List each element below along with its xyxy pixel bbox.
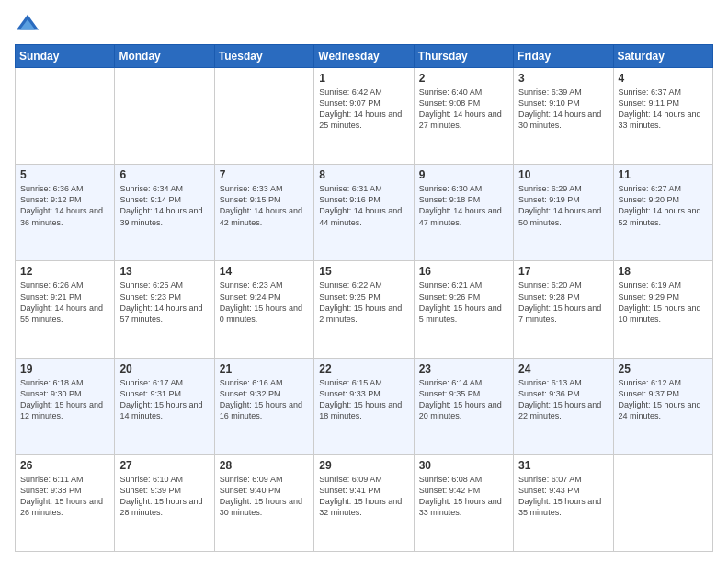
day-number: 19 [20, 362, 109, 375]
day-number: 3 [518, 72, 608, 85]
calendar-cell [613, 454, 712, 551]
day-info: Sunrise: 6:25 AM Sunset: 9:23 PM Dayligh… [119, 280, 209, 325]
day-info: Sunrise: 6:22 AM Sunset: 9:25 PM Dayligh… [319, 280, 408, 325]
calendar-cell: 17Sunrise: 6:20 AM Sunset: 9:28 PM Dayli… [514, 261, 613, 358]
day-info: Sunrise: 6:10 AM Sunset: 9:39 PM Dayligh… [119, 474, 209, 519]
calendar-cell [16, 68, 115, 165]
day-info: Sunrise: 6:40 AM Sunset: 9:08 PM Dayligh… [419, 86, 508, 132]
calendar-cell: 4Sunrise: 6:37 AM Sunset: 9:11 PM Daylig… [613, 68, 712, 165]
day-info: Sunrise: 6:31 AM Sunset: 9:16 PM Dayligh… [319, 183, 408, 228]
logo [15, 11, 44, 37]
calendar-cell: 22Sunrise: 6:15 AM Sunset: 9:33 PM Dayli… [314, 358, 414, 454]
day-number: 29 [319, 459, 408, 472]
day-number: 15 [319, 265, 408, 278]
calendar-cell: 30Sunrise: 6:08 AM Sunset: 9:42 PM Dayli… [414, 454, 513, 551]
calendar-cell: 1Sunrise: 6:42 AM Sunset: 9:07 PM Daylig… [314, 68, 414, 165]
day-info: Sunrise: 6:12 AM Sunset: 9:37 PM Dayligh… [619, 377, 708, 422]
logo-icon [15, 11, 40, 37]
day-number: 21 [220, 362, 309, 375]
day-info: Sunrise: 6:42 AM Sunset: 9:07 PM Dayligh… [319, 86, 408, 132]
calendar-cell [214, 68, 313, 165]
day-number: 4 [619, 72, 708, 85]
day-info: Sunrise: 6:27 AM Sunset: 9:20 PM Dayligh… [619, 183, 708, 228]
calendar-cell: 2Sunrise: 6:40 AM Sunset: 9:08 PM Daylig… [414, 68, 513, 165]
calendar-cell: 31Sunrise: 6:07 AM Sunset: 9:43 PM Dayli… [514, 454, 613, 551]
day-number: 5 [20, 168, 109, 181]
day-number: 31 [518, 459, 608, 472]
calendar-cell: 18Sunrise: 6:19 AM Sunset: 9:29 PM Dayli… [613, 261, 712, 358]
day-of-week-header: Sunday [16, 45, 115, 68]
day-info: Sunrise: 6:33 AM Sunset: 9:15 PM Dayligh… [220, 183, 309, 228]
day-number: 17 [518, 265, 608, 278]
day-info: Sunrise: 6:13 AM Sunset: 9:36 PM Dayligh… [518, 377, 608, 422]
calendar-week-row: 26Sunrise: 6:11 AM Sunset: 9:38 PM Dayli… [16, 454, 713, 551]
day-of-week-header: Friday [514, 45, 613, 68]
calendar-cell: 15Sunrise: 6:22 AM Sunset: 9:25 PM Dayli… [314, 261, 414, 358]
day-number: 13 [119, 265, 209, 278]
calendar-cell: 14Sunrise: 6:23 AM Sunset: 9:24 PM Dayli… [214, 261, 313, 358]
calendar-cell: 5Sunrise: 6:36 AM Sunset: 9:12 PM Daylig… [16, 165, 115, 261]
calendar-week-row: 1Sunrise: 6:42 AM Sunset: 9:07 PM Daylig… [16, 68, 713, 165]
calendar-cell: 26Sunrise: 6:11 AM Sunset: 9:38 PM Dayli… [16, 454, 115, 551]
day-info: Sunrise: 6:37 AM Sunset: 9:11 PM Dayligh… [619, 86, 708, 132]
calendar-cell: 23Sunrise: 6:14 AM Sunset: 9:35 PM Dayli… [414, 358, 513, 454]
calendar-cell: 27Sunrise: 6:10 AM Sunset: 9:39 PM Dayli… [115, 454, 214, 551]
day-number: 16 [419, 265, 508, 278]
day-number: 25 [619, 362, 708, 375]
calendar-cell: 19Sunrise: 6:18 AM Sunset: 9:30 PM Dayli… [16, 358, 115, 454]
calendar-cell: 13Sunrise: 6:25 AM Sunset: 9:23 PM Dayli… [115, 261, 214, 358]
calendar-cell: 6Sunrise: 6:34 AM Sunset: 9:14 PM Daylig… [115, 165, 214, 261]
day-number: 18 [619, 265, 708, 278]
day-number: 14 [220, 265, 309, 278]
day-info: Sunrise: 6:39 AM Sunset: 9:10 PM Dayligh… [518, 86, 608, 132]
day-info: Sunrise: 6:09 AM Sunset: 9:40 PM Dayligh… [220, 474, 309, 519]
day-info: Sunrise: 6:19 AM Sunset: 9:29 PM Dayligh… [619, 280, 708, 325]
day-of-week-header: Thursday [414, 45, 513, 68]
day-number: 11 [619, 168, 708, 181]
page: SundayMondayTuesdayWednesdayThursdayFrid… [0, 0, 728, 563]
calendar-cell: 25Sunrise: 6:12 AM Sunset: 9:37 PM Dayli… [613, 358, 712, 454]
day-of-week-header: Saturday [613, 45, 712, 68]
calendar-week-row: 19Sunrise: 6:18 AM Sunset: 9:30 PM Dayli… [16, 358, 713, 454]
calendar-cell: 9Sunrise: 6:30 AM Sunset: 9:18 PM Daylig… [414, 165, 513, 261]
day-info: Sunrise: 6:08 AM Sunset: 9:42 PM Dayligh… [419, 474, 508, 519]
day-number: 6 [119, 168, 209, 181]
day-number: 22 [319, 362, 408, 375]
day-info: Sunrise: 6:36 AM Sunset: 9:12 PM Dayligh… [20, 183, 109, 228]
day-number: 24 [518, 362, 608, 375]
day-of-week-header: Monday [115, 45, 214, 68]
day-info: Sunrise: 6:17 AM Sunset: 9:31 PM Dayligh… [119, 377, 209, 422]
day-number: 12 [20, 265, 109, 278]
calendar-cell: 10Sunrise: 6:29 AM Sunset: 9:19 PM Dayli… [514, 165, 613, 261]
day-number: 27 [119, 459, 209, 472]
calendar-cell: 16Sunrise: 6:21 AM Sunset: 9:26 PM Dayli… [414, 261, 513, 358]
calendar-cell: 12Sunrise: 6:26 AM Sunset: 9:21 PM Dayli… [16, 261, 115, 358]
day-number: 28 [220, 459, 309, 472]
calendar-cell [115, 68, 214, 165]
day-info: Sunrise: 6:09 AM Sunset: 9:41 PM Dayligh… [319, 474, 408, 519]
day-of-week-header: Wednesday [314, 45, 414, 68]
calendar-cell: 28Sunrise: 6:09 AM Sunset: 9:40 PM Dayli… [214, 454, 313, 551]
day-number: 20 [119, 362, 209, 375]
calendar-cell: 3Sunrise: 6:39 AM Sunset: 9:10 PM Daylig… [514, 68, 613, 165]
day-info: Sunrise: 6:11 AM Sunset: 9:38 PM Dayligh… [20, 474, 109, 519]
header [15, 11, 713, 37]
day-number: 10 [518, 168, 608, 181]
calendar-cell: 7Sunrise: 6:33 AM Sunset: 9:15 PM Daylig… [214, 165, 313, 261]
day-number: 1 [319, 72, 408, 85]
day-number: 9 [419, 168, 508, 181]
day-number: 8 [319, 168, 408, 181]
calendar-cell: 20Sunrise: 6:17 AM Sunset: 9:31 PM Dayli… [115, 358, 214, 454]
day-info: Sunrise: 6:16 AM Sunset: 9:32 PM Dayligh… [220, 377, 309, 422]
day-number: 2 [419, 72, 508, 85]
day-info: Sunrise: 6:34 AM Sunset: 9:14 PM Dayligh… [119, 183, 209, 228]
calendar-week-row: 5Sunrise: 6:36 AM Sunset: 9:12 PM Daylig… [16, 165, 713, 261]
day-info: Sunrise: 6:21 AM Sunset: 9:26 PM Dayligh… [419, 280, 508, 325]
calendar-cell: 8Sunrise: 6:31 AM Sunset: 9:16 PM Daylig… [314, 165, 414, 261]
calendar-table: SundayMondayTuesdayWednesdayThursdayFrid… [15, 44, 713, 552]
day-info: Sunrise: 6:20 AM Sunset: 9:28 PM Dayligh… [518, 280, 608, 325]
calendar-cell: 21Sunrise: 6:16 AM Sunset: 9:32 PM Dayli… [214, 358, 313, 454]
day-info: Sunrise: 6:14 AM Sunset: 9:35 PM Dayligh… [419, 377, 508, 422]
day-info: Sunrise: 6:29 AM Sunset: 9:19 PM Dayligh… [518, 183, 608, 228]
day-number: 23 [419, 362, 508, 375]
